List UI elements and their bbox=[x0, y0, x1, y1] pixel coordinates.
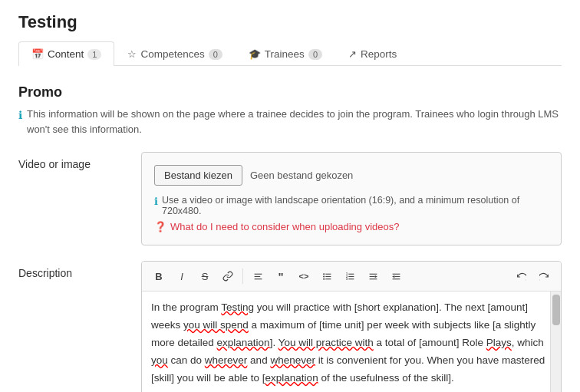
svg-rect-0 bbox=[254, 273, 262, 274]
svg-rect-20 bbox=[394, 275, 400, 276]
svg-marker-18 bbox=[374, 275, 377, 277]
video-row: Video or image Bestand kiezen Geen besta… bbox=[18, 152, 562, 245]
strikethrough-button[interactable]: S bbox=[194, 266, 216, 286]
bold-button[interactable]: B bbox=[148, 266, 170, 286]
tab-reports-label: Reports bbox=[361, 48, 397, 60]
file-upload-row: Bestand kiezen Geen bestand gekozen bbox=[154, 165, 549, 186]
file-upload-area: Bestand kiezen Geen bestand gekozen ℹ Us… bbox=[141, 152, 562, 245]
svg-marker-22 bbox=[392, 275, 394, 277]
file-link-text: What do I need to consider when uploadin… bbox=[170, 221, 399, 232]
svg-rect-12 bbox=[348, 275, 354, 276]
svg-rect-4 bbox=[325, 273, 331, 274]
scrollbar-thumb bbox=[552, 295, 560, 325]
graduate-icon: 🎓 bbox=[249, 48, 261, 60]
redo-button[interactable] bbox=[533, 266, 555, 286]
video-label: Video or image bbox=[18, 152, 141, 170]
svg-rect-16 bbox=[369, 275, 374, 276]
tab-competences-label: Competences bbox=[140, 48, 204, 60]
tab-content-badge: 1 bbox=[87, 49, 101, 60]
svg-rect-14 bbox=[348, 278, 354, 279]
editor-body[interactable]: In the program Testing you will practice… bbox=[142, 292, 561, 392]
italic-button[interactable]: I bbox=[171, 266, 193, 286]
svg-rect-10 bbox=[348, 273, 354, 274]
tab-competences-badge: 0 bbox=[209, 49, 222, 60]
bullet-list-button[interactable] bbox=[316, 266, 338, 286]
chart-icon: ↗ bbox=[348, 48, 357, 60]
svg-point-3 bbox=[323, 273, 325, 275]
svg-rect-19 bbox=[392, 273, 400, 274]
tab-reports[interactable]: ↗ Reports bbox=[335, 41, 410, 66]
quote-button[interactable]: " bbox=[270, 266, 292, 286]
section-info-text: This information will be shown on the pa… bbox=[27, 107, 562, 137]
indent-less-button[interactable] bbox=[362, 266, 384, 286]
indent-more-button[interactable] bbox=[385, 266, 407, 286]
tab-trainees-badge: 0 bbox=[308, 49, 322, 60]
file-name-display: Geen bestand gekozen bbox=[250, 170, 353, 181]
editor-container: B I S " bbox=[141, 261, 562, 392]
svg-point-5 bbox=[323, 275, 325, 277]
code-button[interactable]: <> bbox=[293, 266, 315, 286]
description-row: Description B I S bbox=[18, 261, 562, 392]
tab-content[interactable]: 📅 Content 1 bbox=[18, 41, 114, 66]
info-icon: ℹ bbox=[18, 107, 22, 124]
svg-rect-21 bbox=[392, 278, 400, 279]
help-icon: ❓ bbox=[154, 221, 166, 232]
calendar-icon: 📅 bbox=[31, 48, 44, 60]
tab-competences[interactable]: ☆ Competences 0 bbox=[114, 41, 235, 66]
page-title: Testing bbox=[18, 12, 562, 32]
align-button[interactable] bbox=[247, 266, 269, 286]
tab-content-label: Content bbox=[48, 48, 84, 60]
editor-text[interactable]: In the program Testing you will practice… bbox=[151, 299, 545, 387]
editor-scrollbar[interactable] bbox=[550, 292, 561, 392]
svg-point-7 bbox=[323, 278, 325, 279]
tabs-nav: 📅 Content 1 ☆ Competences 0 🎓 Trainees 0… bbox=[18, 41, 562, 66]
svg-rect-2 bbox=[254, 278, 262, 279]
file-choose-button[interactable]: Bestand kiezen bbox=[154, 165, 242, 186]
svg-rect-15 bbox=[369, 273, 377, 274]
file-hint-icon: ℹ bbox=[154, 196, 158, 207]
section-title: Promo bbox=[18, 84, 562, 100]
description-content: B I S " bbox=[141, 261, 562, 392]
section-info: ℹ This information will be shown on the … bbox=[18, 107, 562, 137]
description-label: Description bbox=[18, 261, 141, 279]
editor-toolbar: B I S " bbox=[142, 262, 561, 292]
file-hint-text: Use a video or image with landscape orie… bbox=[162, 195, 549, 216]
tab-trainees-label: Trainees bbox=[265, 48, 305, 60]
svg-rect-8 bbox=[325, 278, 331, 279]
svg-rect-17 bbox=[369, 278, 377, 279]
ordered-list-button[interactable]: 1 2 3 bbox=[339, 266, 361, 286]
video-content: Bestand kiezen Geen bestand gekozen ℹ Us… bbox=[141, 152, 562, 245]
file-help-link[interactable]: ❓ What do I need to consider when upload… bbox=[154, 221, 549, 232]
undo-button[interactable] bbox=[510, 266, 532, 286]
toolbar-separator-1 bbox=[242, 268, 243, 284]
page-container: Testing 📅 Content 1 ☆ Competences 0 🎓 Tr… bbox=[0, 0, 580, 392]
file-hint: ℹ Use a video or image with landscape or… bbox=[154, 195, 549, 216]
svg-text:3: 3 bbox=[346, 277, 348, 280]
tab-trainees[interactable]: 🎓 Trainees 0 bbox=[236, 41, 335, 66]
star-icon: ☆ bbox=[127, 48, 137, 60]
svg-rect-1 bbox=[254, 275, 260, 276]
link-button[interactable] bbox=[217, 266, 239, 286]
svg-rect-6 bbox=[325, 275, 331, 276]
